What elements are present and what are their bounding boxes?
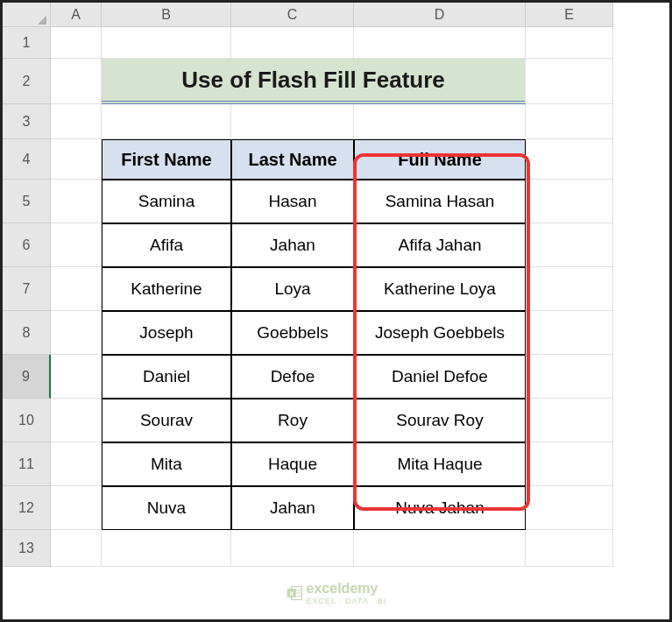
cell-d9[interactable]: Daniel Defoe — [354, 355, 526, 399]
header-full-name[interactable]: Full Name — [354, 139, 526, 180]
cell-c13[interactable] — [231, 530, 354, 567]
cell-b12[interactable]: Nuva — [102, 486, 231, 530]
cell-a10[interactable] — [51, 399, 102, 442]
header-first-name[interactable]: First Name — [102, 139, 231, 180]
svg-marker-0 — [38, 16, 46, 25]
row-header-4[interactable]: 4 — [3, 139, 51, 180]
cell-d6[interactable]: Afifa Jahan — [354, 223, 526, 267]
cell-e4[interactable] — [526, 139, 613, 180]
cell-d13[interactable] — [354, 530, 526, 567]
cell-a4[interactable] — [51, 139, 102, 180]
cell-a6[interactable] — [51, 223, 102, 267]
cell-a13[interactable] — [51, 530, 102, 567]
cell-c11[interactable]: Haque — [231, 442, 354, 486]
cell-c8[interactable]: Goebbels — [231, 311, 354, 355]
watermark: X exceldemy EXCEL · DATA · BI — [286, 581, 387, 605]
row-header-13[interactable]: 13 — [3, 530, 51, 567]
cell-a11[interactable] — [51, 442, 102, 486]
cell-a5[interactable] — [51, 180, 102, 223]
cell-d10[interactable]: Sourav Roy — [354, 399, 526, 442]
col-header-a[interactable]: A — [51, 3, 102, 27]
col-header-c[interactable]: C — [231, 3, 354, 27]
row-header-8[interactable]: 8 — [3, 311, 51, 355]
svg-text:X: X — [289, 590, 294, 597]
cell-b7[interactable]: Katherine — [102, 267, 231, 311]
cell-e13[interactable] — [526, 530, 613, 567]
cell-b6[interactable]: Afifa — [102, 223, 231, 267]
cell-b13[interactable] — [102, 530, 231, 567]
column-headers: A B C D E — [51, 3, 613, 27]
watermark-brand: exceldemy — [307, 581, 378, 596]
cell-c9[interactable]: Defoe — [231, 355, 354, 399]
cell-c5[interactable]: Hasan — [231, 180, 354, 223]
cell-e5[interactable] — [526, 180, 613, 223]
cell-b5[interactable]: Samina — [102, 180, 231, 223]
excel-icon: X — [286, 584, 303, 602]
grid-area: Use of Flash Fill Feature First Name Las… — [51, 27, 613, 567]
row-header-10[interactable]: 10 — [3, 399, 51, 442]
cell-a7[interactable] — [51, 267, 102, 311]
cell-e1[interactable] — [526, 27, 613, 59]
cell-e2[interactable] — [526, 59, 613, 104]
cell-c10[interactable]: Roy — [231, 399, 354, 442]
cell-e8[interactable] — [526, 311, 613, 355]
cell-b1[interactable] — [102, 27, 231, 59]
row-header-3[interactable]: 3 — [3, 104, 51, 139]
cell-c12[interactable]: Jahan — [231, 486, 354, 530]
cell-b11[interactable]: Mita — [102, 442, 231, 486]
cell-d5[interactable]: Samina Hasan — [354, 180, 526, 223]
cell-b10[interactable]: Sourav — [102, 399, 231, 442]
col-header-e[interactable]: E — [526, 3, 613, 27]
cell-a2[interactable] — [51, 59, 102, 104]
row-header-12[interactable]: 12 — [3, 486, 51, 530]
cell-c1[interactable] — [231, 27, 354, 59]
cell-c7[interactable]: Loya — [231, 267, 354, 311]
row-header-2[interactable]: 2 — [3, 59, 51, 104]
row-header-5[interactable]: 5 — [3, 180, 51, 223]
cell-a1[interactable] — [51, 27, 102, 59]
cell-d3[interactable] — [354, 104, 526, 139]
cell-e11[interactable] — [526, 442, 613, 486]
cell-b9[interactable]: Daniel — [102, 355, 231, 399]
cell-b8[interactable]: Joseph — [102, 311, 231, 355]
cell-a3[interactable] — [51, 104, 102, 139]
cell-d7[interactable]: Katherine Loya — [354, 267, 526, 311]
cell-a8[interactable] — [51, 311, 102, 355]
cell-e3[interactable] — [526, 104, 613, 139]
cell-e7[interactable] — [526, 267, 613, 311]
row-header-7[interactable]: 7 — [3, 267, 51, 311]
cell-d8[interactable]: Joseph Goebbels — [354, 311, 526, 355]
watermark-tagline: EXCEL · DATA · BI — [307, 597, 387, 605]
header-last-name[interactable]: Last Name — [231, 139, 354, 180]
cell-d1[interactable] — [354, 27, 526, 59]
row-header-1[interactable]: 1 — [3, 27, 51, 59]
row-header-6[interactable]: 6 — [3, 223, 51, 267]
cell-a9[interactable] — [51, 355, 102, 399]
row-header-9[interactable]: 9 — [3, 355, 51, 399]
cell-e9[interactable] — [526, 355, 613, 399]
cell-c3[interactable] — [231, 104, 354, 139]
row-headers: 1 2 3 4 5 6 7 8 9 10 11 12 13 — [3, 27, 51, 567]
cell-d12[interactable]: Nuva Jahan — [354, 486, 526, 530]
col-header-b[interactable]: B — [102, 3, 231, 27]
spreadsheet-view: A B C D E 1 2 3 4 5 6 7 8 9 10 11 12 13 … — [3, 3, 669, 619]
cell-e6[interactable] — [526, 223, 613, 267]
cell-a12[interactable] — [51, 486, 102, 530]
title-cell[interactable]: Use of Flash Fill Feature — [102, 59, 526, 104]
cell-e12[interactable] — [526, 486, 613, 530]
select-all-corner[interactable] — [3, 3, 51, 27]
cell-e10[interactable] — [526, 399, 613, 442]
cell-c6[interactable]: Jahan — [231, 223, 354, 267]
cell-d11[interactable]: Mita Haque — [354, 442, 526, 486]
cell-b3[interactable] — [102, 104, 231, 139]
col-header-d[interactable]: D — [354, 3, 526, 27]
row-header-11[interactable]: 11 — [3, 442, 51, 486]
